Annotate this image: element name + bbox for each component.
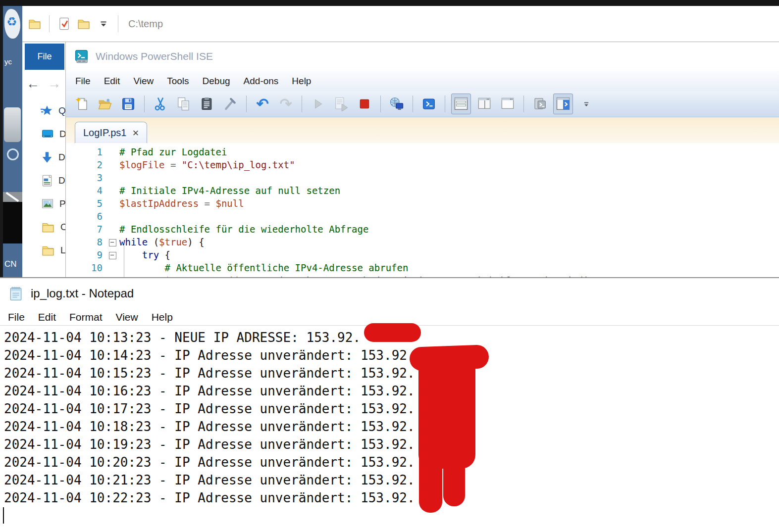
folder-button[interactable]: [76, 16, 91, 31]
cut-button[interactable]: [151, 94, 170, 114]
sidebar-item-3[interactable]: D: [41, 173, 65, 189]
code-text: # Endlosschleife für die wiederholte Abf…: [119, 223, 368, 236]
ise-menu-add-ons[interactable]: Add-ons: [244, 76, 279, 87]
toolbar-overflow-button[interactable]: [576, 94, 596, 114]
show-script-pane-maximized-icon: [500, 97, 515, 111]
stop-operation-icon: [358, 97, 371, 110]
fold-column: [107, 145, 119, 158]
editor-line-6: 6: [70, 210, 779, 223]
sidebar-item-2[interactable]: D: [41, 149, 65, 165]
open-script-icon: [98, 97, 112, 111]
sidebar-item-4[interactable]: P: [41, 196, 65, 212]
line-number: 4: [70, 184, 107, 197]
clear-console-button[interactable]: [220, 94, 240, 114]
sidebar-item-label: D: [58, 152, 65, 163]
documents-icon: [41, 174, 53, 187]
script-editor[interactable]: 1# Pfad zur Logdatei2$logFile = "C:\temp…: [70, 143, 779, 277]
desktop-icon: [41, 128, 54, 140]
pictures-icon: [41, 198, 54, 210]
notepad-window-title: ip_log.txt - Notepad: [31, 287, 134, 300]
ise-window-title: Windows PowerShell ISE: [96, 50, 213, 62]
tab-logip-ps1[interactable]: LogIP.ps1 ×: [75, 122, 147, 144]
notepad-menu-view[interactable]: View: [116, 311, 138, 323]
toolbar-separator: [244, 94, 249, 114]
code-text: try {: [119, 248, 170, 261]
ise-titlebar: Windows PowerShell ISE: [66, 42, 779, 71]
line-number: 9: [70, 248, 107, 261]
start-powershell-button[interactable]: [419, 94, 439, 114]
screen: ♻ yc CN C:\temp File ← → QuDDDPCL Window…: [0, 0, 779, 532]
redo-button: ↷: [276, 94, 296, 114]
line-number: 1: [70, 145, 107, 158]
explorer-address-path: C:\temp: [128, 18, 163, 30]
notepad-menu-edit[interactable]: Edit: [38, 311, 56, 323]
collapse-region-icon[interactable]: [109, 252, 116, 259]
recycle-bin-icon[interactable]: ♻: [3, 8, 21, 47]
save-script-button[interactable]: [118, 94, 138, 114]
qat-dropdown-icon: [98, 18, 109, 29]
close-icon[interactable]: ×: [133, 127, 139, 140]
line-number: 8: [70, 236, 107, 248]
new-powershell-tab-button[interactable]: [530, 94, 550, 114]
clear-console-icon: [223, 97, 238, 111]
line-number: 7: [70, 223, 107, 236]
code-text: # Initiale IPv4-Adresse auf null setzen: [119, 184, 340, 197]
log-line: 2024-11-04 10:18:23 - IP Adresse unverän…: [0, 418, 779, 435]
ise-menu-file[interactable]: File: [75, 76, 91, 87]
forward-arrow-icon[interactable]: →: [48, 77, 61, 91]
qat-dropdown-button[interactable]: [96, 16, 111, 31]
undo-button[interactable]: ↶: [253, 94, 272, 114]
show-script-pane-right-button[interactable]: [474, 94, 494, 114]
line-number: 10: [70, 261, 107, 274]
fold-column: [107, 184, 119, 197]
line-number: 2: [70, 158, 107, 171]
tab-label: LogIP.ps1: [83, 127, 127, 139]
run-selection-icon: [334, 97, 349, 111]
desktop-logo-fragment: [7, 148, 19, 160]
log-line: 2024-11-04 10:13:23 - NEUE IP ADRESSE: 1…: [0, 329, 779, 346]
notepad-menu-format[interactable]: Format: [69, 311, 103, 323]
ise-menu-edit[interactable]: Edit: [104, 76, 120, 87]
cmd-window-fragment[interactable]: [3, 192, 22, 243]
ise-menu-view[interactable]: View: [133, 76, 154, 87]
ise-menu-tools[interactable]: Tools: [167, 76, 189, 87]
open-script-button[interactable]: [95, 94, 115, 114]
new-powershell-tab-icon: [532, 97, 547, 111]
notepad-menu-help[interactable]: Help: [152, 311, 173, 323]
ise-tab-strip: LogIP.ps1 ×: [66, 117, 779, 143]
new-script-button[interactable]: [72, 94, 92, 114]
desktop-image-fragment: [4, 107, 21, 142]
recycle-symbol: ♻: [6, 15, 17, 29]
sidebar-item-6[interactable]: L: [41, 242, 65, 258]
log-line: 2024-11-04 10:19:23 - IP Adresse unverän…: [0, 435, 779, 453]
notepad-text-area[interactable]: 2024-11-04 10:13:23 - NEUE IP ADRESSE: 1…: [0, 327, 779, 532]
check-document-button[interactable]: [56, 16, 71, 31]
text-caret: [3, 507, 4, 524]
notepad-window: ip_log.txt - Notepad FileEditFormatViewH…: [0, 277, 779, 532]
folder-button[interactable]: [27, 16, 42, 31]
copy-button[interactable]: [174, 94, 194, 114]
run-script-button: [308, 94, 328, 114]
qat-separator: [49, 15, 50, 32]
explorer-file-menu-button[interactable]: File: [25, 44, 64, 70]
sidebar-item-0[interactable]: Qu: [41, 103, 65, 119]
folder-icon: [41, 221, 55, 234]
paste-button[interactable]: [197, 94, 217, 114]
powershell-ise-window: Windows PowerShell ISE FileEditViewTools…: [65, 42, 779, 277]
log-line: 2024-11-04 10:16:23 - IP Adresse unverän…: [0, 382, 779, 400]
stop-operation-button[interactable]: [355, 94, 374, 114]
ise-menu-help[interactable]: Help: [292, 76, 311, 87]
ise-menu-debug[interactable]: Debug: [203, 76, 230, 87]
cut-icon: [153, 97, 168, 111]
sidebar-item-5[interactable]: C: [41, 219, 65, 235]
sidebar-item-1[interactable]: D: [41, 126, 65, 142]
editor-line-8: 8while ($true) {: [70, 236, 779, 248]
sidebar-item-label: C: [60, 222, 65, 233]
show-script-pane-top-button[interactable]: [451, 94, 471, 114]
back-arrow-icon[interactable]: ←: [26, 77, 40, 91]
show-script-pane-maximized-button[interactable]: [498, 94, 518, 114]
notepad-menu-file[interactable]: File: [8, 311, 25, 323]
new-remote-powershell-tab-button[interactable]: [387, 94, 407, 114]
collapse-region-icon[interactable]: [109, 239, 116, 246]
show-script-pane-button[interactable]: [553, 94, 573, 114]
